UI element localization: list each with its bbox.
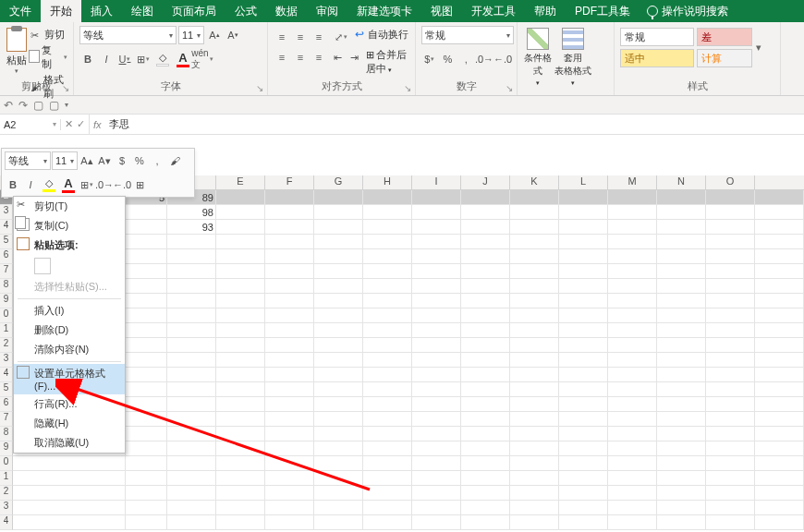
cell[interactable]: [126, 397, 167, 412]
column-header[interactable]: O: [706, 175, 755, 189]
cell[interactable]: [265, 294, 314, 308]
cell[interactable]: [706, 323, 755, 338]
cell[interactable]: [461, 323, 510, 338]
cell[interactable]: [657, 353, 706, 368]
mini-border[interactable]: ⊞: [79, 175, 95, 194]
cell[interactable]: [657, 294, 706, 308]
cell[interactable]: [216, 205, 265, 220]
cell[interactable]: [363, 294, 412, 308]
cell[interactable]: [461, 235, 510, 249]
row-header[interactable]: 3: [0, 205, 13, 220]
number-format-combo[interactable]: 常规▾: [421, 26, 514, 44]
cell[interactable]: [363, 190, 412, 205]
increase-indent-button[interactable]: ⇥: [349, 48, 360, 66]
cell[interactable]: [461, 249, 510, 264]
cell[interactable]: [412, 471, 461, 486]
row-header[interactable]: 4: [0, 515, 13, 530]
style-calculation[interactable]: 计算: [697, 49, 752, 67]
cell[interactable]: [755, 471, 804, 486]
column-header[interactable]: N: [657, 175, 706, 189]
cell[interactable]: [363, 264, 412, 279]
cell[interactable]: [412, 205, 461, 220]
row-header[interactable]: 4: [0, 368, 13, 382]
cell[interactable]: [559, 205, 608, 220]
cell[interactable]: [510, 323, 559, 338]
cell[interactable]: [314, 249, 363, 264]
mini-decrease-font[interactable]: A▾: [96, 151, 113, 170]
cell[interactable]: [314, 353, 363, 368]
cell[interactable]: [167, 294, 216, 308]
cell[interactable]: [216, 353, 265, 368]
cell[interactable]: [126, 338, 167, 353]
bold-button[interactable]: B: [79, 50, 96, 68]
cell[interactable]: [167, 368, 216, 382]
align-top-button[interactable]: ≡: [274, 28, 290, 46]
cell[interactable]: [559, 486, 608, 501]
cell[interactable]: [755, 338, 804, 353]
cell[interactable]: [265, 441, 314, 456]
cell[interactable]: [510, 308, 559, 323]
italic-button[interactable]: I: [98, 50, 115, 68]
mini-comma[interactable]: ,: [149, 151, 165, 170]
row-header[interactable]: 5: [0, 235, 13, 249]
mini-brush[interactable]: 🖌: [166, 151, 183, 170]
menu-insert[interactable]: 插入(I): [14, 301, 125, 320]
cell[interactable]: [363, 205, 412, 220]
cell[interactable]: [657, 264, 706, 279]
cell[interactable]: [706, 456, 755, 471]
cell[interactable]: [461, 368, 510, 382]
cell[interactable]: [755, 368, 804, 382]
cell[interactable]: [755, 279, 804, 294]
cell[interactable]: [657, 323, 706, 338]
cell[interactable]: [608, 412, 657, 427]
tab-help[interactable]: 帮助: [525, 0, 566, 22]
column-header[interactable]: E: [216, 175, 265, 189]
cell[interactable]: [461, 205, 510, 220]
font-size-combo[interactable]: 11▾: [178, 26, 204, 44]
row-header[interactable]: 1: [0, 471, 13, 486]
cell[interactable]: [706, 249, 755, 264]
cell[interactable]: [265, 515, 314, 530]
mini-bold[interactable]: B: [5, 175, 21, 194]
cell[interactable]: [755, 515, 804, 530]
cell[interactable]: [314, 235, 363, 249]
cell[interactable]: [265, 471, 314, 486]
column-header[interactable]: I: [412, 175, 461, 189]
row-header[interactable]: 4: [0, 220, 13, 235]
mini-dec-decimal[interactable]: ←.0: [114, 175, 130, 194]
cell[interactable]: [510, 486, 559, 501]
cell[interactable]: [167, 397, 216, 412]
cell[interactable]: [216, 368, 265, 382]
cut-button[interactable]: 剪切: [30, 28, 67, 42]
tab-developer[interactable]: 开发工具: [462, 0, 525, 22]
cell[interactable]: [657, 412, 706, 427]
cell[interactable]: [314, 323, 363, 338]
cell[interactable]: [755, 501, 804, 515]
cell[interactable]: [608, 353, 657, 368]
tab-formula[interactable]: 公式: [225, 0, 266, 22]
style-normal[interactable]: 常规: [620, 28, 694, 46]
cell[interactable]: [706, 486, 755, 501]
tab-draw[interactable]: 绘图: [122, 0, 163, 22]
cell[interactable]: [755, 427, 804, 441]
cell[interactable]: [216, 235, 265, 249]
mini-italic[interactable]: I: [22, 175, 39, 194]
cell[interactable]: [314, 515, 363, 530]
cell[interactable]: [314, 427, 363, 441]
row-header[interactable]: 5: [0, 382, 13, 397]
cell[interactable]: [265, 397, 314, 412]
cell[interactable]: [510, 427, 559, 441]
mini-accounting[interactable]: $: [114, 151, 130, 170]
cell[interactable]: [755, 220, 804, 235]
font-name-combo[interactable]: 等线▾: [79, 26, 177, 44]
cell[interactable]: [510, 441, 559, 456]
cell[interactable]: [412, 279, 461, 294]
grid-row[interactable]: 3: [0, 501, 804, 515]
cell[interactable]: [510, 235, 559, 249]
cell[interactable]: [126, 412, 167, 427]
cell[interactable]: [559, 323, 608, 338]
cell[interactable]: [706, 471, 755, 486]
cell[interactable]: [167, 471, 216, 486]
styles-expand-button[interactable]: ▾: [752, 28, 765, 67]
align-bottom-button[interactable]: ≡: [311, 28, 327, 46]
